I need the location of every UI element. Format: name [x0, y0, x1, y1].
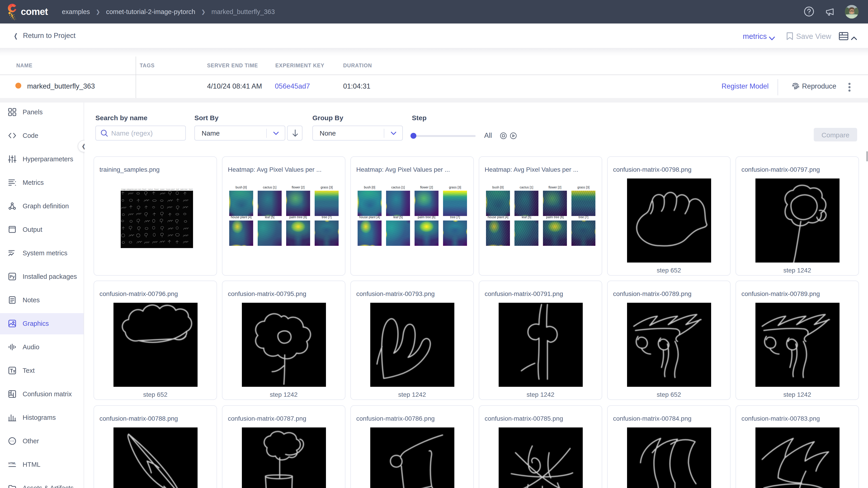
svg-text:HTML: HTML — [8, 462, 16, 465]
svg-text:Py: Py — [10, 274, 15, 279]
